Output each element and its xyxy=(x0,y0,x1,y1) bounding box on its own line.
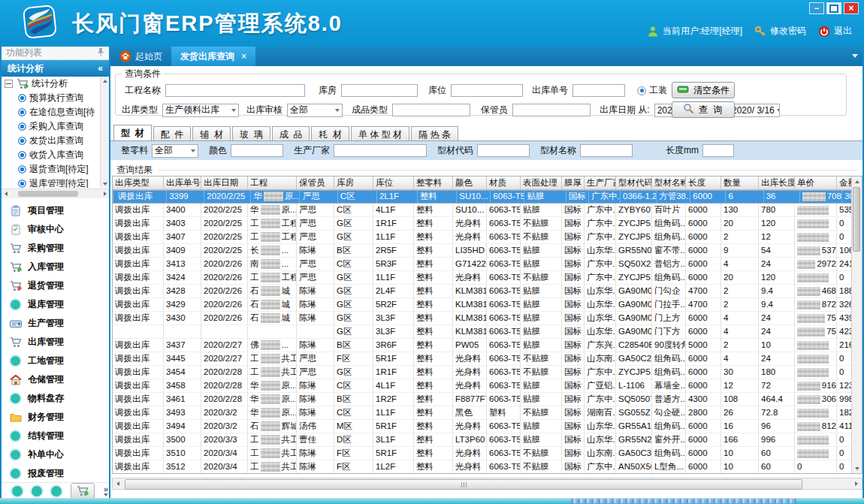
table-row[interactable]: 调拨出库34072020/2/25工工程严思G区1L1F整料光身料6063-T5… xyxy=(113,231,862,244)
table-row[interactable]: 调拨出库34032020/2/25工工程严思G区1R1F整料光身料6063-T5… xyxy=(113,217,862,231)
search-button[interactable]: 查 询 xyxy=(672,101,735,118)
sidebar-menu-item[interactable]: 补单中心 xyxy=(2,445,109,464)
table-row[interactable]: 调拨出库34612020/2/28华原...陈琳B区1R2F整料F8877FT6… xyxy=(113,393,862,406)
table-row[interactable]: 调拨出库34372020/2/27佛...陈琳B区3R6F整料PW056063-… xyxy=(113,339,862,352)
column-header[interactable]: 保管员 xyxy=(297,177,334,189)
table-scroll-right-button[interactable] xyxy=(852,479,860,488)
logout-button[interactable]: 退出 xyxy=(818,25,852,38)
project-name-input[interactable] xyxy=(165,84,305,97)
tab-home[interactable]: 起始页 xyxy=(110,47,171,66)
house-input[interactable] xyxy=(341,84,418,97)
material-tab[interactable]: 耗 材 xyxy=(311,126,349,141)
tree-scroll-right-button[interactable] xyxy=(101,190,109,198)
material-tab[interactable]: 隔 热 条 xyxy=(411,126,458,141)
column-header[interactable]: 型材代码 xyxy=(616,177,652,189)
sidebar-menu-item[interactable]: 物料盘存 xyxy=(2,389,109,408)
column-header[interactable]: 出库日期 xyxy=(201,177,248,189)
column-header[interactable]: 单价 xyxy=(795,177,837,189)
table-row[interactable]: 调拨出库34582020/2/28华原...陈琳C区4L1F整料光身料6063-… xyxy=(113,379,862,393)
tree-hscroll-thumb[interactable] xyxy=(18,191,78,197)
sidebar-menu-item[interactable]: 退库管理 xyxy=(2,295,109,314)
table-row[interactable]: 调拨出库34282020/2/26石城陈琳G区2L4F整料KLM38176063… xyxy=(113,285,862,298)
tree-item[interactable]: 退货查询[待定] xyxy=(2,162,109,177)
column-header[interactable]: 生产厂家 xyxy=(585,177,616,189)
sidebar-menu-item[interactable]: 生产管理 xyxy=(2,314,109,333)
maximize-button[interactable] xyxy=(826,2,841,14)
sidebar-menu-item[interactable]: 出库管理 xyxy=(2,333,109,352)
material-tab[interactable]: 单 体 型 材 xyxy=(351,126,409,141)
table-row[interactable]: 调拨出库33992020/2/25华原...严思C区2L1F整料SU10...6… xyxy=(113,190,862,204)
tree-root-item[interactable]: 统计分析 xyxy=(2,77,109,91)
minimize-button[interactable]: − xyxy=(809,2,824,14)
name-input[interactable] xyxy=(580,144,633,157)
material-tab[interactable]: 配 件 xyxy=(153,126,192,141)
audit-select[interactable]: 全部 xyxy=(287,104,343,117)
column-header[interactable]: 库房 xyxy=(334,177,373,189)
table-row[interactable]: 调拨出库34452020/2/27工共工程严思F区5R1F整料光身料6063-T… xyxy=(113,352,862,366)
tree-item[interactable]: 退库管理[待定] xyxy=(2,177,109,188)
sidebar-menu-item[interactable]: 项目管理 xyxy=(2,201,109,220)
column-header[interactable]: 膜厚 xyxy=(562,177,585,189)
sidebar-menu-item[interactable]: 仓储管理 xyxy=(2,370,109,389)
table-row[interactable]: 调拨出库34942020/3/2石辉城汤伟M区5R1F整料光身料6063-T5贴… xyxy=(113,420,862,433)
table-row[interactable]: 调拨出库34542020/2/28工共工程严思G区1R1F整料光身料6063-T… xyxy=(113,366,862,379)
module-dot-icon[interactable] xyxy=(32,486,42,496)
sidebar-menu-item[interactable]: 审核中心 xyxy=(2,220,109,239)
material-tab[interactable]: 玻 璃 xyxy=(232,126,270,141)
table-scroll-down-button[interactable] xyxy=(852,463,862,473)
table-vscroll-thumb[interactable] xyxy=(853,187,860,252)
module-cart-button[interactable] xyxy=(71,483,95,499)
tab-list-caret[interactable] xyxy=(852,54,858,58)
table-row[interactable]: 调拨出库34292020/2/26石城陈琳G区5R2F整料KLM38176063… xyxy=(113,298,862,312)
clear-conditions-button[interactable]: 清空条件 xyxy=(672,82,735,98)
tree-item[interactable]: 发货出库查询 xyxy=(2,134,109,148)
table-row[interactable]: 调拨出库34302020/2/26石城陈琳G区3L3F整料KLM38176063… xyxy=(113,312,862,325)
table-row[interactable]: 调拨出库34092020/2/25长...陈琳B区2R5F整料LI35HD606… xyxy=(113,244,862,258)
sidebar-group-header[interactable]: 统计分析 « xyxy=(2,60,109,77)
tab-close-icon[interactable]: × xyxy=(241,51,246,62)
tree-item[interactable]: 预算执行查询 xyxy=(2,91,109,105)
module-dot-icon[interactable] xyxy=(12,486,23,496)
sidebar-menu-item[interactable]: 报废管理 xyxy=(2,464,109,483)
column-header[interactable]: 颜色 xyxy=(453,177,487,189)
tree-item[interactable]: 采购入库查询 xyxy=(2,119,109,134)
table-row[interactable]: 调拨出库34002020/2/25华原...严思C区4L1F整料SU10...6… xyxy=(113,204,862,217)
table-row[interactable]: 调拨出库34132020/2/26南...严思C区5R3F整料G71422606… xyxy=(113,258,862,271)
collapse-icon[interactable]: « xyxy=(98,63,103,74)
column-header[interactable]: 工程 xyxy=(248,177,297,189)
sidebar-menu-item[interactable]: 财务管理 xyxy=(2,408,109,427)
table-row[interactable]: 调拨出库35102020/3/4工共工程陈琳F区5R1F整料光身料6063-T5… xyxy=(113,447,862,460)
column-header[interactable]: 长度 xyxy=(686,177,721,189)
length-input[interactable] xyxy=(702,144,734,157)
whole-select[interactable]: 全部 xyxy=(152,144,198,158)
product-type-input[interactable] xyxy=(392,104,470,116)
color-input[interactable] xyxy=(231,144,283,157)
column-header[interactable]: 出库类型 xyxy=(113,177,164,189)
material-tab[interactable]: 辅 材 xyxy=(192,126,231,141)
location-input[interactable] xyxy=(451,84,523,97)
keeper-input[interactable] xyxy=(512,104,591,116)
mfr-input[interactable] xyxy=(334,144,427,157)
table-scroll-left-button[interactable] xyxy=(113,479,122,488)
sidebar-menu-item[interactable]: 结转管理 xyxy=(2,427,109,445)
tree-scroll-left-button[interactable] xyxy=(2,190,10,198)
column-header[interactable]: 整零料 xyxy=(414,177,453,189)
tree-item[interactable]: 在途信息查询[待 xyxy=(2,105,109,119)
column-header[interactable]: 出库长度 xyxy=(759,177,795,189)
column-header[interactable]: 材质 xyxy=(487,177,521,189)
close-button[interactable]: × xyxy=(844,2,859,14)
date-to-select[interactable]: 2020/ 3/16 xyxy=(729,104,780,117)
module-dot-icon[interactable] xyxy=(51,486,62,496)
table-scroll-up-button[interactable] xyxy=(852,177,862,186)
table-row[interactable]: 调拨出库34242020/2/26工工程严思G区1L1F整料光身料6063-T5… xyxy=(113,271,862,285)
change-password-button[interactable]: 修改密码 xyxy=(754,25,806,38)
out-type-select[interactable]: 生产领料出库 xyxy=(162,104,239,117)
column-header[interactable]: 表面处理 xyxy=(521,177,562,189)
table-row[interactable]: 调拨出库35122020/3/4工共工程陈琳F区1L2F整料光身料6063-T5… xyxy=(113,460,862,474)
out-no-input[interactable] xyxy=(572,84,625,97)
sidebar-menu-item[interactable]: 退货管理 xyxy=(2,276,109,295)
column-header[interactable]: 数量 xyxy=(721,177,759,189)
tree-scroll-up-button[interactable] xyxy=(101,77,109,85)
sidebar-menu-item[interactable]: 采购管理 xyxy=(2,239,109,258)
column-header[interactable]: 型材名称 xyxy=(652,177,686,189)
